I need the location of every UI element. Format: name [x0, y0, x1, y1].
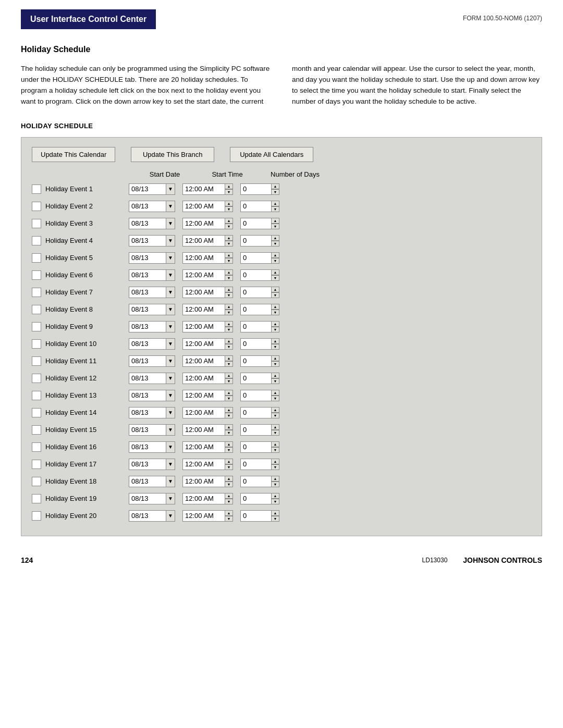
time-spin-up-10[interactable]: ▲	[225, 338, 233, 344]
days-spin-down-9[interactable]: ▼	[271, 327, 279, 332]
event-checkbox-9[interactable]	[32, 322, 41, 331]
time-spin-down-11[interactable]: ▼	[225, 361, 233, 367]
time-spin-down-5[interactable]: ▼	[225, 258, 233, 264]
days-input-6[interactable]	[240, 269, 272, 281]
time-spin-up-17[interactable]: ▲	[225, 459, 233, 464]
date-input-16[interactable]	[129, 441, 166, 453]
event-checkbox-18[interactable]	[32, 477, 41, 486]
time-spin-up-3[interactable]: ▲	[225, 218, 233, 224]
event-checkbox-8[interactable]	[32, 305, 41, 314]
days-spin-down-20[interactable]: ▼	[271, 516, 279, 522]
event-checkbox-13[interactable]	[32, 391, 41, 400]
date-input-17[interactable]	[129, 459, 166, 470]
days-input-4[interactable]	[240, 235, 272, 246]
time-input-17[interactable]	[182, 459, 225, 470]
time-input-7[interactable]	[182, 287, 225, 298]
date-dropdown-4[interactable]: ▼	[166, 235, 175, 246]
time-spin-up-6[interactable]: ▲	[225, 269, 233, 275]
date-input-5[interactable]	[129, 252, 166, 264]
days-spin-up-13[interactable]: ▲	[271, 390, 279, 396]
days-spin-up-19[interactable]: ▲	[271, 493, 279, 499]
days-input-2[interactable]	[240, 201, 272, 212]
time-input-11[interactable]	[182, 355, 225, 367]
days-spin-down-5[interactable]: ▼	[271, 258, 279, 264]
days-input-1[interactable]	[240, 183, 272, 195]
time-spin-down-7[interactable]: ▼	[225, 292, 233, 298]
time-spin-down-10[interactable]: ▼	[225, 344, 233, 350]
event-checkbox-3[interactable]	[32, 219, 41, 228]
date-dropdown-18[interactable]: ▼	[166, 476, 175, 487]
time-spin-up-14[interactable]: ▲	[225, 407, 233, 413]
time-spin-up-4[interactable]: ▲	[225, 235, 233, 241]
event-checkbox-19[interactable]	[32, 494, 41, 503]
time-input-2[interactable]	[182, 201, 225, 212]
time-spin-down-3[interactable]: ▼	[225, 224, 233, 229]
time-spin-up-5[interactable]: ▲	[225, 252, 233, 258]
date-dropdown-16[interactable]: ▼	[166, 441, 175, 453]
days-spin-up-7[interactable]: ▲	[271, 287, 279, 292]
days-spin-up-18[interactable]: ▲	[271, 476, 279, 482]
days-input-8[interactable]	[240, 304, 272, 315]
date-input-19[interactable]	[129, 493, 166, 504]
event-checkbox-5[interactable]	[32, 253, 41, 263]
time-input-15[interactable]	[182, 424, 225, 436]
days-spin-up-16[interactable]: ▲	[271, 441, 279, 447]
days-spin-down-2[interactable]: ▼	[271, 206, 279, 212]
time-spin-down-4[interactable]: ▼	[225, 241, 233, 246]
date-dropdown-3[interactable]: ▼	[166, 218, 175, 229]
days-spin-down-11[interactable]: ▼	[271, 361, 279, 367]
days-input-7[interactable]	[240, 287, 272, 298]
time-spin-down-6[interactable]: ▼	[225, 275, 233, 281]
time-spin-up-20[interactable]: ▲	[225, 510, 233, 516]
days-input-12[interactable]	[240, 373, 272, 384]
update-calendar-button[interactable]: Update This Calendar	[32, 147, 115, 162]
time-spin-down-13[interactable]: ▼	[225, 396, 233, 401]
time-spin-up-1[interactable]: ▲	[225, 183, 233, 189]
days-spin-up-11[interactable]: ▲	[271, 355, 279, 361]
event-checkbox-15[interactable]	[32, 425, 41, 435]
days-spin-down-13[interactable]: ▼	[271, 396, 279, 401]
days-spin-up-14[interactable]: ▲	[271, 407, 279, 413]
date-input-3[interactable]	[129, 218, 166, 229]
time-input-12[interactable]	[182, 373, 225, 384]
days-spin-up-15[interactable]: ▲	[271, 424, 279, 430]
time-spin-up-12[interactable]: ▲	[225, 373, 233, 378]
time-input-14[interactable]	[182, 407, 225, 418]
days-input-3[interactable]	[240, 218, 272, 229]
days-spin-down-4[interactable]: ▼	[271, 241, 279, 246]
time-spin-down-17[interactable]: ▼	[225, 464, 233, 470]
time-spin-up-9[interactable]: ▲	[225, 321, 233, 327]
days-input-18[interactable]	[240, 476, 272, 487]
time-spin-down-1[interactable]: ▼	[225, 189, 233, 195]
event-checkbox-6[interactable]	[32, 270, 41, 280]
time-spin-down-18[interactable]: ▼	[225, 482, 233, 487]
time-spin-up-13[interactable]: ▲	[225, 390, 233, 396]
days-spin-up-12[interactable]: ▲	[271, 373, 279, 378]
event-checkbox-16[interactable]	[32, 442, 41, 452]
time-input-1[interactable]	[182, 183, 225, 195]
date-dropdown-17[interactable]: ▼	[166, 459, 175, 470]
days-spin-down-18[interactable]: ▼	[271, 482, 279, 487]
time-input-3[interactable]	[182, 218, 225, 229]
date-dropdown-9[interactable]: ▼	[166, 321, 175, 332]
days-spin-down-8[interactable]: ▼	[271, 310, 279, 315]
date-dropdown-13[interactable]: ▼	[166, 390, 175, 401]
date-input-15[interactable]	[129, 424, 166, 436]
days-spin-up-1[interactable]: ▲	[271, 183, 279, 189]
time-spin-up-19[interactable]: ▲	[225, 493, 233, 499]
time-spin-up-8[interactable]: ▲	[225, 304, 233, 310]
date-dropdown-12[interactable]: ▼	[166, 373, 175, 384]
date-dropdown-19[interactable]: ▼	[166, 493, 175, 504]
date-dropdown-2[interactable]: ▼	[166, 201, 175, 212]
days-spin-down-15[interactable]: ▼	[271, 430, 279, 436]
time-spin-up-16[interactable]: ▲	[225, 441, 233, 447]
days-input-9[interactable]	[240, 321, 272, 332]
date-input-8[interactable]	[129, 304, 166, 315]
date-input-4[interactable]	[129, 235, 166, 246]
date-dropdown-7[interactable]: ▼	[166, 287, 175, 298]
days-spin-down-10[interactable]: ▼	[271, 344, 279, 350]
date-input-18[interactable]	[129, 476, 166, 487]
time-spin-down-8[interactable]: ▼	[225, 310, 233, 315]
event-checkbox-4[interactable]	[32, 236, 41, 245]
update-branch-button[interactable]: Update This Branch	[131, 147, 214, 162]
